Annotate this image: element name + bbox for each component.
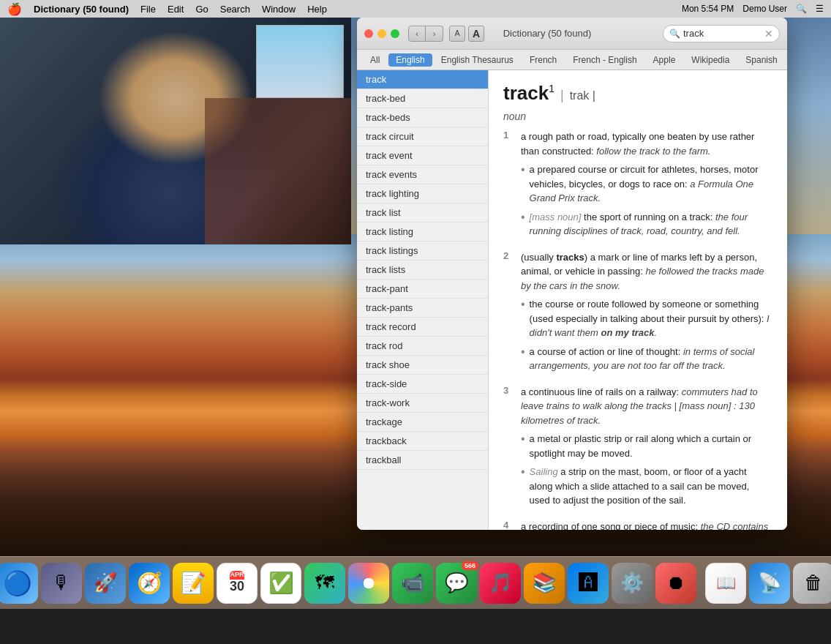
dock-calendar[interactable]: APR 30 — [217, 563, 257, 604]
desktop: ‹ › A A Dictionary (50 found) 🔍 ✕ All En… — [0, 18, 831, 609]
dock-books[interactable]: 📚 — [524, 563, 565, 604]
tab-wikipedia[interactable]: Wikipedia — [684, 53, 737, 67]
def-sense-2: 2 (usually tracks) a mark or line of mar… — [503, 250, 772, 378]
definition-panel: track1 | trak | noun 1 a rough path or r… — [489, 70, 787, 530]
apple-menu-icon[interactable]: 🍎 — [7, 2, 22, 16]
tab-french[interactable]: French — [522, 53, 564, 67]
word-item-trackball[interactable]: trackball — [357, 451, 488, 470]
word-item-trackage[interactable]: trackage — [357, 413, 488, 432]
menubar-window[interactable]: Window — [262, 4, 296, 15]
word-item-trackback[interactable]: trackback — [357, 432, 488, 451]
messages-badge: 566 — [462, 561, 478, 570]
menubar: 🍎 Dictionary (50 found) File Edit Go Sea… — [0, 0, 831, 18]
def-bullet-2-2: • a course of action or line of thought:… — [521, 345, 772, 373]
dock-siri[interactable]: 🎙 — [41, 563, 82, 604]
def-content-3: a continuous line of rails on a railway:… — [521, 385, 772, 512]
tab-apple[interactable]: Apple — [646, 53, 683, 67]
word-item-track-pants[interactable]: track-pants — [357, 299, 488, 318]
dock-facetime[interactable]: 📹 — [392, 563, 433, 604]
dock-trash[interactable]: 🗑 — [793, 563, 831, 604]
word-item-track[interactable]: track — [357, 70, 488, 89]
def-numbered-list: 1 a rough path or road, typically one be… — [503, 130, 772, 530]
minimize-button[interactable] — [377, 29, 386, 38]
dock-finder[interactable]: 🔵 — [0, 563, 38, 604]
tab-french-english[interactable]: French - English — [565, 53, 644, 67]
dock-launchpad[interactable]: 🚀 — [85, 563, 126, 604]
dock-maps[interactable]: 🗺 — [304, 563, 345, 604]
dock-photos[interactable] — [348, 563, 389, 604]
def-num-1: 1 — [503, 130, 515, 243]
tab-all[interactable]: All — [363, 53, 387, 67]
menubar-notification-icon[interactable]: ☰ — [816, 4, 824, 14]
menubar-edit[interactable]: Edit — [168, 4, 184, 15]
dock-appstore[interactable]: 🅰 — [568, 563, 609, 604]
def-header: track1 | trak | — [503, 82, 772, 105]
word-item-track-list[interactable]: track list — [357, 203, 488, 222]
word-item-track-lists[interactable]: track lists — [357, 261, 488, 280]
word-item-track-work[interactable]: track-work — [357, 394, 488, 413]
def-sense-1: 1 a rough path or road, typically one be… — [503, 130, 772, 243]
word-item-track-listings[interactable]: track listings — [357, 242, 488, 261]
menubar-help[interactable]: Help — [307, 4, 327, 15]
traffic-lights — [364, 29, 399, 38]
word-item-track-lighting[interactable]: track lighting — [357, 184, 488, 203]
def-num-2: 2 — [503, 250, 515, 378]
dock-dict[interactable]: 📖 — [705, 563, 746, 604]
def-word: track1 — [503, 82, 554, 105]
def-content-4: a recording of one song or piece of musi… — [521, 520, 772, 531]
menubar-file[interactable]: File — [140, 4, 156, 15]
word-item-track-shoe[interactable]: track shoe — [357, 356, 488, 375]
word-list: track track-bed track-beds track circuit… — [357, 70, 489, 530]
def-num-3: 3 — [503, 385, 515, 512]
def-content-2: (usually tracks) a mark or line of marks… — [521, 250, 772, 378]
def-bullets-3: • a metal or plastic strip or rail along… — [521, 432, 772, 508]
def-sense-3: 3 a continuous line of rails on a railwa… — [503, 385, 772, 512]
word-item-track-pant[interactable]: track-pant — [357, 280, 488, 299]
dock-music[interactable]: 🎵 — [480, 563, 521, 604]
menubar-search-icon[interactable]: 🔍 — [796, 4, 807, 14]
title-bar: ‹ › A A Dictionary (50 found) 🔍 ✕ — [357, 18, 787, 50]
webcam-window — [0, 18, 351, 244]
window-title: Dictionary (50 found) — [432, 28, 663, 39]
word-item-track-events[interactable]: track events — [357, 165, 488, 184]
word-item-track-circuit[interactable]: track circuit — [357, 127, 488, 146]
dictionary-window: ‹ › A A Dictionary (50 found) 🔍 ✕ All En… — [357, 18, 787, 530]
maximize-button[interactable] — [391, 29, 399, 38]
tab-bar: All English English Thesaurus French Fre… — [357, 50, 787, 70]
tab-spanish[interactable]: Spanish — [738, 53, 784, 67]
def-superscript: 1 — [549, 83, 554, 94]
dock-messages[interactable]: 💬 566 — [436, 563, 477, 604]
menubar-app-name: Dictionary (50 found) — [34, 4, 129, 15]
search-input[interactable] — [683, 28, 762, 39]
close-button[interactable] — [364, 29, 373, 38]
dock-notes[interactable]: 📝 — [173, 563, 214, 604]
word-item-track-bed[interactable]: track-bed — [357, 89, 488, 108]
def-sense-4: 4 a recording of one song or piece of mu… — [503, 520, 772, 531]
def-content-1: a rough path or road, typically one beat… — [521, 130, 772, 243]
dock-reminders[interactable]: ✅ — [260, 563, 301, 604]
def-bullet-3-2: • Sailing a strip on the mast, boom, or … — [521, 465, 772, 508]
def-bullet-1-1: • a prepared course or circuit for athle… — [521, 162, 772, 206]
word-item-track-side[interactable]: track-side — [357, 375, 488, 394]
menubar-time: Mon 5:54 PM — [682, 4, 734, 14]
search-box[interactable]: 🔍 ✕ — [663, 25, 780, 42]
word-item-track-event[interactable]: track event — [357, 146, 488, 165]
search-clear-button[interactable]: ✕ — [764, 28, 773, 40]
dock-sysprefs[interactable]: ⚙️ — [612, 563, 653, 604]
dock-safari[interactable]: 🧭 — [129, 563, 170, 604]
menubar-user: Demo User — [742, 4, 787, 14]
def-pronunciation: trak | — [570, 89, 595, 102]
dock-airdrop[interactable]: 📡 — [749, 563, 790, 604]
menubar-search[interactable]: Search — [220, 4, 250, 15]
def-bullets-2: • the course or route followed by someon… — [521, 297, 772, 373]
word-item-track-beds[interactable]: track-beds — [357, 108, 488, 127]
back-button[interactable]: ‹ — [408, 26, 426, 42]
tab-english[interactable]: English — [388, 53, 432, 67]
word-item-track-rod[interactable]: track rod — [357, 337, 488, 356]
tab-english-thesaurus[interactable]: English Thesaurus — [434, 53, 521, 67]
search-icon: 🔍 — [669, 29, 680, 39]
dock-screenrec[interactable]: ⏺ — [655, 563, 696, 604]
menubar-go[interactable]: Go — [195, 4, 208, 15]
word-item-track-record[interactable]: track record — [357, 318, 488, 337]
word-item-track-listing[interactable]: track listing — [357, 222, 488, 242]
